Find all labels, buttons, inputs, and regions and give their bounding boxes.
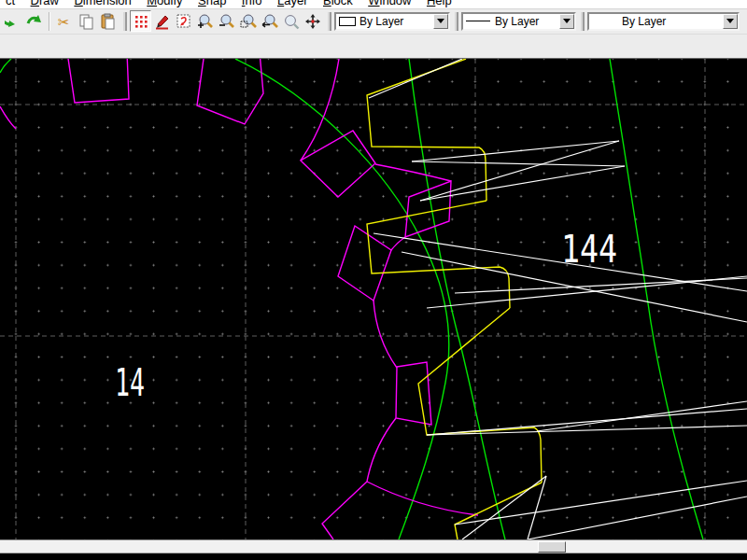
combo-dropdown-button[interactable] xyxy=(723,14,738,29)
linewidth-combo[interactable]: By Layer xyxy=(587,12,740,31)
zoom-auto-button[interactable] xyxy=(280,10,302,32)
svg-text:14: 14 xyxy=(115,361,145,404)
menu-item-help[interactable]: Help xyxy=(421,0,458,9)
drawing-canvas[interactable]: 14414 xyxy=(0,58,747,539)
copy-icon xyxy=(78,13,95,30)
window-bottom-edge xyxy=(0,553,747,560)
toolbar-handle[interactable] xyxy=(455,12,458,31)
color-combo-value: By Layer xyxy=(359,15,433,28)
toolbar-separator xyxy=(49,12,50,31)
pan-button[interactable] xyxy=(302,10,323,32)
edit-note-icon xyxy=(176,13,192,30)
linetype-combo[interactable]: By Layer xyxy=(461,12,576,31)
cut-button[interactable]: ✂ xyxy=(54,10,76,32)
cut-icon: ✂ xyxy=(57,13,74,30)
zoom-out-icon xyxy=(218,13,235,30)
option-toolbar-band xyxy=(0,35,747,58)
zoom-out-button[interactable] xyxy=(216,10,237,32)
zoom-auto-icon xyxy=(283,13,300,30)
app-window: ct Draw Dimension Modify Snap Info Layer… xyxy=(0,0,747,560)
color-combo[interactable]: By Layer xyxy=(334,12,450,31)
chevron-down-icon xyxy=(563,19,571,23)
linewidth-combo-value: By Layer xyxy=(622,15,723,28)
toolbar-handle[interactable] xyxy=(123,12,127,31)
zoom-previous-button[interactable] xyxy=(259,10,280,32)
menu-item-modify[interactable]: Modify xyxy=(141,0,188,9)
paste-button[interactable] xyxy=(97,10,119,32)
svg-text:144: 144 xyxy=(561,228,617,271)
chevron-down-icon xyxy=(726,19,734,23)
menu-item-snap[interactable]: Snap xyxy=(192,0,232,9)
zoom-window-icon xyxy=(240,13,257,30)
zoom-in-icon xyxy=(197,13,214,30)
zoom-window-button[interactable] xyxy=(237,10,259,32)
menu-item-dimension[interactable]: Dimension xyxy=(68,0,136,9)
undo-button[interactable] xyxy=(2,10,23,32)
scrollbar-thumb[interactable] xyxy=(538,541,566,553)
color-swatch xyxy=(339,17,356,26)
pan-icon xyxy=(304,13,321,30)
draw-pen-icon xyxy=(154,13,171,30)
draw-button[interactable] xyxy=(151,10,173,32)
zoom-in-button[interactable] xyxy=(194,10,216,32)
edit-button[interactable] xyxy=(173,10,194,32)
menu-item-block[interactable]: Block xyxy=(317,0,359,9)
redo-button[interactable] xyxy=(23,10,45,32)
toolbar-handle[interactable] xyxy=(328,12,331,31)
menu-bar: ct Draw Dimension Modify Snap Info Layer… xyxy=(0,0,747,9)
menu-item-layer[interactable]: Layer xyxy=(272,0,314,9)
horizontal-scrollbar[interactable] xyxy=(0,539,747,553)
linetype-combo-value: By Layer xyxy=(495,15,559,28)
menu-item-window[interactable]: Window xyxy=(362,0,416,9)
zoom-previous-icon xyxy=(261,13,278,30)
chevron-down-icon xyxy=(437,19,444,23)
cad-drawing: 14414 xyxy=(0,59,747,539)
combo-dropdown-button[interactable] xyxy=(433,14,448,29)
grid-icon xyxy=(133,13,149,30)
undo-icon xyxy=(5,13,21,30)
combo-dropdown-button[interactable] xyxy=(559,14,574,29)
redo-icon xyxy=(26,13,43,30)
paste-icon xyxy=(100,13,117,30)
linetype-swatch xyxy=(466,21,490,21)
toolbar-handle[interactable] xyxy=(581,12,585,31)
menu-item-draw[interactable]: Draw xyxy=(25,0,64,9)
grid-toggle-button[interactable] xyxy=(130,10,151,32)
svg-text:✂: ✂ xyxy=(58,14,70,30)
copy-button[interactable] xyxy=(76,10,97,32)
main-toolbar: ✂ xyxy=(0,9,747,35)
menu-item-info[interactable]: Info xyxy=(236,0,268,9)
menu-item-partial[interactable]: ct xyxy=(0,0,21,9)
